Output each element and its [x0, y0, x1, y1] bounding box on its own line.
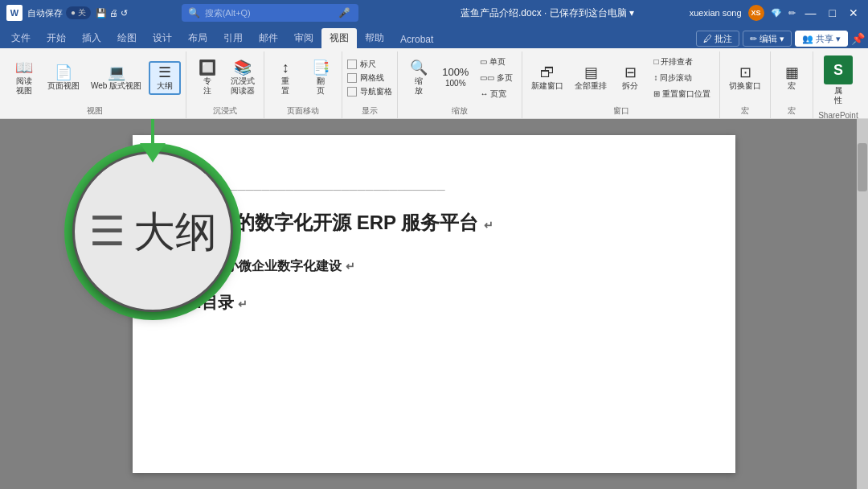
pin-icon: 📌 — [851, 32, 865, 45]
focus-button[interactable]: 🔲 专注 — [191, 58, 223, 98]
outline-view-icon: ☰ — [158, 65, 171, 80]
reset-icon: ↕ — [282, 60, 289, 75]
reset-button[interactable]: ↕ 重置 — [269, 58, 301, 98]
title-right: xuexian song XS 💎 ✏ — □ ✕ — [690, 5, 862, 21]
web-view-icon: 💻 — [108, 65, 125, 80]
review-button[interactable]: 🖊 批注 — [696, 31, 739, 47]
page-view-button[interactable]: 📄 页面视图 — [43, 63, 84, 93]
search-box[interactable]: 🔍 🎤 — [182, 4, 358, 22]
word-icon: W — [6, 5, 23, 21]
magnifier-overlay: ☰ 大纲 — [64, 143, 241, 320]
immersive-reader-button[interactable]: 📚 沉浸式阅读器 — [227, 58, 259, 98]
tab-view[interactable]: 视图 — [321, 28, 357, 48]
ribbon-group-page-move: ↕ 重置 📑 翻页 页面移动 — [264, 51, 342, 118]
new-window-button[interactable]: 🗗 新建窗口 — [527, 63, 567, 93]
magnifier-label: 大纲 — [133, 211, 217, 253]
sharepoint-icon: S — [824, 55, 853, 84]
magnifier-circle: ☰ 大纲 — [72, 151, 233, 312]
edit-mode-button[interactable]: ✏ 编辑 ▾ — [743, 31, 792, 47]
user-avatar: XS — [748, 5, 764, 21]
gridlines-checkbox[interactable]: 网格线 — [347, 72, 392, 84]
file-title-area: 蓝鱼产品介绍.docx · 已保存到这台电脑 ▾ — [411, 6, 682, 20]
search-icon: 🔍 — [188, 7, 200, 18]
ribbon-tabs-bar: 文件 开始 插入 绘图 设计 布局 引用 邮件 审阅 视图 帮助 Acrobat… — [0, 26, 868, 48]
ribbon-group-immersive: 🔲 专注 📚 沉浸式阅读器 沉浸式 — [186, 51, 264, 118]
nav-pane-checkbox[interactable]: 导航窗格 — [347, 86, 392, 97]
ruler-checkbox[interactable]: 标尺 — [347, 59, 392, 70]
autosave-toggle[interactable]: ● 关 — [66, 6, 91, 19]
document-area: ☰ 大纲 Rit ☰ ─────────────────────────────… — [0, 119, 868, 489]
ribbon-group-zoom: 🔍 缩放 100% 100% ▭单页 ▭▭多页 ↔页宽 缩放 — [398, 51, 522, 118]
ribbon-group-show: 标尺 网格线 导航窗格 显示 — [342, 51, 398, 118]
share-button[interactable]: 👥 共享 ▾ — [795, 31, 848, 47]
ruler-checkbox-icon — [347, 60, 357, 69]
multi-page-icon: ▭▭ — [480, 73, 494, 82]
macro-button[interactable]: ▦ 宏 — [776, 63, 808, 93]
auto-save-label: 自动保存 ● 关 — [27, 6, 91, 19]
tab-file[interactable]: 文件 — [3, 28, 39, 48]
magnifier-line — [151, 119, 154, 143]
minimize-button[interactable]: — — [802, 6, 820, 19]
properties-button[interactable]: S 属性 — [820, 53, 857, 108]
tab-mailings[interactable]: 邮件 — [251, 28, 286, 48]
scrollbar-thumb[interactable] — [858, 143, 867, 191]
open-side-panel-button[interactable]: □ 开排查者 — [649, 55, 714, 69]
flip-page-icon: 📑 — [312, 60, 330, 75]
page-width-button[interactable]: ↔页宽 — [476, 87, 517, 101]
doc-heading-3: .目录 ↵ — [197, 292, 671, 314]
diamond-icon: 💎 — [771, 8, 782, 18]
read-view-icon: 📖 — [15, 60, 33, 75]
immersive-reader-icon: 📚 — [234, 60, 252, 75]
switch-window-icon: ⊡ — [739, 65, 751, 80]
zoom-icon: 🔍 — [410, 60, 428, 75]
file-title: 蓝鱼产品介绍.docx · 已保存到这台电脑 ▾ — [461, 6, 634, 20]
zoom-100-button[interactable]: 100% 100% — [438, 64, 473, 91]
arrange-all-icon: ▤ — [584, 65, 598, 80]
tab-draw[interactable]: 绘图 — [109, 28, 145, 48]
doc-heading-2: .助力小微企业数字化建设 ↵ — [197, 256, 671, 277]
tab-acrobat[interactable]: Acrobat — [392, 31, 441, 48]
ribbon-group-view: 📖 阅读视图 📄 页面视图 💻 Web 版式视图 ☰ 大纲 视图 — [3, 51, 186, 118]
switch-window-button[interactable]: ⊡ 切换窗口 — [725, 63, 765, 93]
restore-button[interactable]: □ — [826, 6, 839, 19]
arrange-all-button[interactable]: ▤ 全部重排 — [571, 63, 611, 93]
close-button[interactable]: ✕ — [845, 6, 862, 19]
single-page-button[interactable]: ▭单页 — [476, 55, 517, 69]
zoom-button[interactable]: 🔍 缩放 — [403, 58, 435, 98]
tab-design[interactable]: 设计 — [145, 28, 180, 48]
tab-insert[interactable]: 插入 — [74, 28, 109, 48]
autosave-text: 自动保存 — [27, 7, 63, 19]
multi-page-button[interactable]: ▭▭多页 — [476, 71, 517, 85]
ribbon-group-window: 🗗 新建窗口 ▤ 全部重排 ⊟ 拆分 □ 开排查者 ↕ 同步滚动 — [522, 51, 720, 118]
page-width-icon: ↔ — [480, 89, 488, 98]
zoom-100-icon: 100% — [442, 67, 469, 77]
new-window-icon: 🗗 — [540, 65, 555, 80]
mic-icon: 🎤 — [338, 7, 350, 18]
ribbon-toolbar: 📖 阅读视图 📄 页面视图 💻 Web 版式视图 ☰ 大纲 视图 🔲 专注 — [0, 48, 868, 119]
outline-view-button[interactable]: ☰ 大纲 — [149, 61, 181, 95]
tab-references[interactable]: 引用 — [215, 28, 251, 48]
ribbon-group-sharepoint: S 属性 SharePoint — [813, 51, 862, 118]
read-view-button[interactable]: 📖 阅读视图 — [8, 58, 40, 98]
outline-icon-large: ☰ — [89, 208, 125, 255]
title-center: 🔍 🎤 — [134, 4, 405, 22]
scrollbar-track[interactable] — [857, 119, 868, 489]
title-bar-left: W 自动保存 ● 关 💾 🖨 ↺ — [6, 5, 128, 21]
web-view-button[interactable]: 💻 Web 版式视图 — [87, 63, 145, 93]
search-input[interactable] — [205, 8, 334, 18]
flip-page-button[interactable]: 📑 翻页 — [305, 58, 337, 98]
doc-outline-row: ☰ ───────────────────────────── — [197, 183, 671, 196]
tab-home[interactable]: 开始 — [39, 28, 74, 48]
single-page-icon: ▭ — [480, 57, 487, 66]
tab-layout[interactable]: 布局 — [180, 28, 215, 48]
split-button[interactable]: ⊟ 拆分 — [614, 63, 646, 93]
page-view-icon: 📄 — [55, 65, 72, 80]
username: xuexian song — [690, 8, 742, 18]
sync-scroll-button[interactable]: ↕ 同步滚动 — [649, 71, 714, 85]
focus-icon: 🔲 — [199, 60, 216, 75]
tab-review[interactable]: 审阅 — [286, 28, 321, 48]
macro-icon: ▦ — [785, 65, 799, 80]
doc-heading-1: 菲亚的数字化开源 ERP 服务平台 ↵ — [197, 209, 671, 236]
tab-help[interactable]: 帮助 — [357, 28, 392, 48]
reset-window-button[interactable]: ⊞ 重置窗口位置 — [649, 87, 714, 101]
